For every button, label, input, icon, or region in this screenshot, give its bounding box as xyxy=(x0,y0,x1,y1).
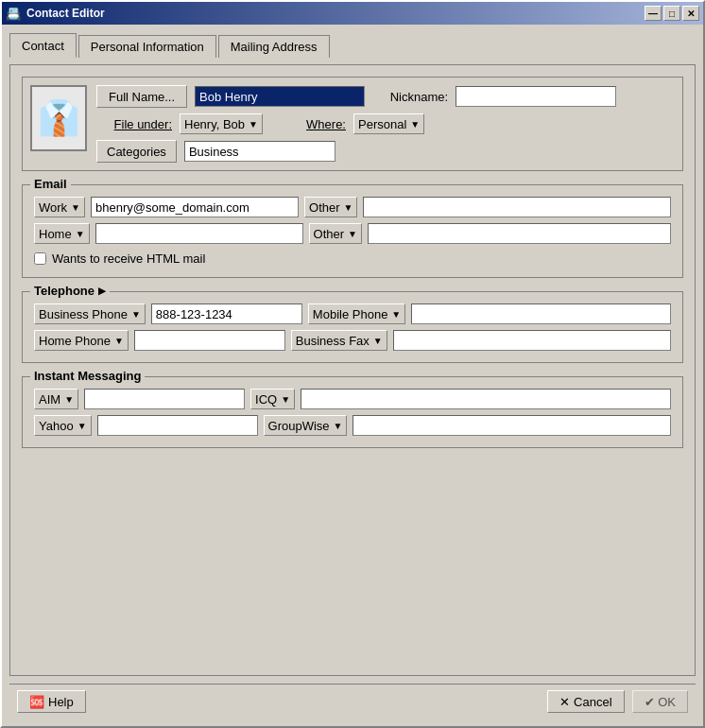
im-type-1-arrow-icon: ▼ xyxy=(64,394,74,405)
file-under-row: File under: Henry, Bob ▼ Where: Personal… xyxy=(96,113,675,134)
help-button[interactable]: 🆘 Help xyxy=(17,690,86,713)
tel-type-2-dropdown[interactable]: Mobile Phone ▼ xyxy=(308,303,405,324)
help-icon: 🆘 xyxy=(29,695,44,709)
email-type-4-dropdown[interactable]: Other ▼ xyxy=(309,223,362,244)
where-arrow-icon: ▼ xyxy=(410,119,420,130)
tel-type-1-arrow-icon: ▼ xyxy=(131,309,141,320)
im-row-2: Yahoo ▼ GroupWise ▼ xyxy=(34,415,671,436)
telephone-section-label: Telephone ▶ xyxy=(30,284,110,298)
email-type-3-arrow-icon: ▼ xyxy=(344,202,353,213)
file-under-dropdown[interactable]: Henry, Bob ▼ xyxy=(180,113,263,134)
window-title: Contact Editor xyxy=(26,7,645,20)
avatar-icon: 👔 xyxy=(38,98,80,138)
tab-bar: Contact Personal Information Mailing Add… xyxy=(9,32,696,57)
ok-button[interactable]: ✔ OK xyxy=(632,690,688,713)
email-value-3-input[interactable] xyxy=(363,197,671,217)
full-name-button[interactable]: Full Name... xyxy=(96,85,187,108)
im-type-1-dropdown[interactable]: AIM ▼ xyxy=(34,389,78,409)
nickname-label: Nickname: xyxy=(372,90,448,104)
im-type-2-dropdown[interactable]: ICQ ▼ xyxy=(250,389,295,409)
email-value-4-input[interactable] xyxy=(368,223,671,244)
email-section-label: Email xyxy=(30,177,71,191)
im-type-2-arrow-icon: ▼ xyxy=(281,394,290,405)
categories-value: Business xyxy=(184,141,335,162)
im-section-body: AIM ▼ ICQ ▼ Yahoo ▼ xyxy=(34,389,671,436)
im-section: Instant Messaging AIM ▼ ICQ ▼ xyxy=(22,376,683,448)
tel-value-3-input[interactable] xyxy=(134,330,285,351)
email-type-2-arrow-icon: ▼ xyxy=(76,229,85,239)
file-under-label: File under: xyxy=(96,117,172,131)
tel-type-1-dropdown[interactable]: Business Phone ▼ xyxy=(34,303,146,324)
im-type-3-arrow-icon: ▼ xyxy=(77,421,87,431)
categories-button[interactable]: Categories xyxy=(96,140,177,163)
tab-mailing-address[interactable]: Mailing Address xyxy=(218,35,330,58)
email-section: Email Work ▼ Other ▼ xyxy=(22,184,683,278)
email-row-1: Work ▼ Other ▼ xyxy=(34,197,671,217)
html-mail-label: Wants to receive HTML mail xyxy=(52,251,205,266)
tel-type-4-dropdown[interactable]: Business Fax ▼ xyxy=(291,330,387,351)
email-value-1-input[interactable] xyxy=(91,197,299,217)
im-type-4-arrow-icon: ▼ xyxy=(334,421,343,431)
close-button[interactable]: ✕ xyxy=(682,6,699,21)
email-type-3-dropdown[interactable]: Other ▼ xyxy=(304,197,357,217)
app-icon: 📇 xyxy=(6,6,21,21)
html-mail-checkbox[interactable] xyxy=(34,252,46,265)
window-content: Contact Personal Information Mailing Add… xyxy=(2,25,703,726)
contact-header-section: 👔 Full Name... Nickname: File under: xyxy=(22,77,683,171)
categories-row: Categories Business xyxy=(96,140,675,163)
im-value-1-input[interactable] xyxy=(84,389,245,409)
tel-value-1-input[interactable] xyxy=(151,303,302,324)
telephone-section-body: Business Phone ▼ Mobile Phone ▼ H xyxy=(34,303,671,351)
im-row-1: AIM ▼ ICQ ▼ xyxy=(34,389,671,409)
im-value-4-input[interactable] xyxy=(352,415,671,436)
email-row-2: Home ▼ Other ▼ xyxy=(34,223,671,244)
full-name-row: Full Name... Nickname: xyxy=(96,85,675,108)
tel-value-4-input[interactable] xyxy=(393,330,671,351)
tel-type-2-arrow-icon: ▼ xyxy=(391,309,401,320)
minimize-button[interactable]: — xyxy=(645,6,662,21)
ok-icon: ✔ xyxy=(645,695,655,709)
window-controls: — □ ✕ xyxy=(645,6,699,21)
im-type-4-dropdown[interactable]: GroupWise ▼ xyxy=(264,415,348,436)
contact-editor-window: 📇 Contact Editor — □ ✕ Contact Personal … xyxy=(0,0,705,728)
tel-type-4-arrow-icon: ▼ xyxy=(373,336,383,346)
where-label: Where: xyxy=(270,117,346,131)
full-name-input[interactable] xyxy=(195,86,365,107)
html-mail-row: Wants to receive HTML mail xyxy=(34,251,671,266)
telephone-row-1: Business Phone ▼ Mobile Phone ▼ xyxy=(34,303,671,324)
bottom-bar: 🆘 Help ✕ Cancel ✔ OK xyxy=(9,684,696,719)
email-type-4-arrow-icon: ▼ xyxy=(348,229,357,239)
email-type-1-arrow-icon: ▼ xyxy=(71,202,80,213)
telephone-section: Telephone ▶ Business Phone ▼ Mobile Phon… xyxy=(22,291,683,363)
email-type-2-dropdown[interactable]: Home ▼ xyxy=(34,223,90,244)
im-type-3-dropdown[interactable]: Yahoo ▼ xyxy=(34,415,92,436)
telephone-expand-icon[interactable]: ▶ xyxy=(98,286,106,296)
where-dropdown[interactable]: Personal ▼ xyxy=(353,113,424,134)
title-bar: 📇 Contact Editor — □ ✕ xyxy=(2,2,703,25)
tel-type-3-arrow-icon: ▼ xyxy=(114,336,124,346)
im-value-3-input[interactable] xyxy=(97,415,258,436)
email-section-body: Work ▼ Other ▼ Home xyxy=(34,197,671,266)
email-value-2-input[interactable] xyxy=(95,223,303,244)
tab-content-contact: 👔 Full Name... Nickname: File under: xyxy=(9,64,696,676)
tab-personal-information[interactable]: Personal Information xyxy=(78,35,216,58)
telephone-row-2: Home Phone ▼ Business Fax ▼ xyxy=(34,330,671,351)
file-under-arrow-icon: ▼ xyxy=(249,119,258,130)
tel-value-2-input[interactable] xyxy=(411,303,671,324)
nickname-input[interactable] xyxy=(456,86,616,107)
avatar: 👔 xyxy=(30,85,87,151)
email-type-1-dropdown[interactable]: Work ▼ xyxy=(34,197,85,217)
maximize-button[interactable]: □ xyxy=(663,6,680,21)
cancel-button[interactable]: ✕ Cancel xyxy=(547,690,624,713)
cancel-icon: ✕ xyxy=(559,695,570,709)
tel-type-3-dropdown[interactable]: Home Phone ▼ xyxy=(34,330,129,351)
im-section-label: Instant Messaging xyxy=(30,369,145,383)
im-value-2-input[interactable] xyxy=(301,389,671,409)
tab-contact[interactable]: Contact xyxy=(9,33,77,58)
contact-fields: Full Name... Nickname: File under: Henry… xyxy=(96,85,675,163)
